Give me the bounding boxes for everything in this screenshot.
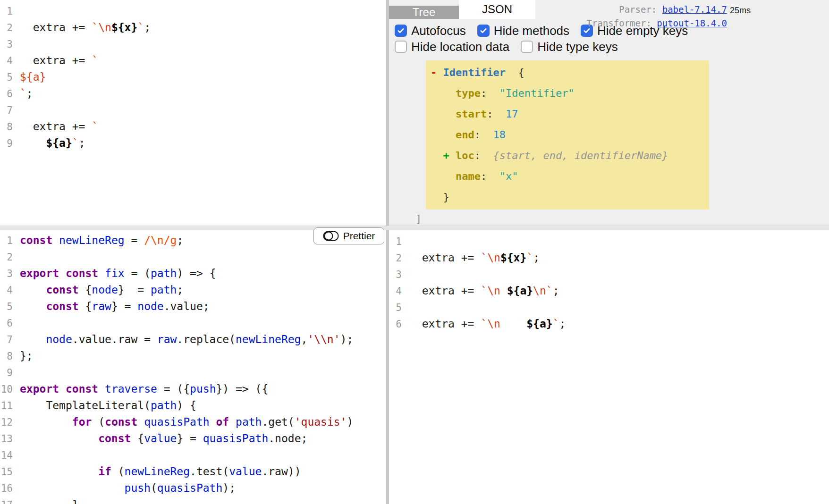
code-line: 4 extra += `\n ${a}\n`; [389,283,829,299]
code-text: extra += `\n${x}`; [20,21,151,34]
code-text: ${a}`; [20,137,85,149]
code-line: 5 const {raw} = node.value; [0,298,386,315]
options-row-2: Hide location dataHide type keys [389,39,829,55]
transformer-row: Transformer: putout-18.4.0 [587,17,727,30]
line-number: 3 [0,266,20,282]
tree-token: : [474,150,493,161]
horizontal-divider[interactable] [0,226,829,230]
line-number: 7 [0,102,20,119]
prettier-label: Prettier [343,230,375,242]
tree-row[interactable]: name: "x" [431,166,704,187]
line-number: 5 [0,69,20,86]
tree-row[interactable]: } [431,187,704,208]
code-text: push(quasisPath); [20,482,236,494]
line-number: 4 [389,283,409,300]
code-line: 1 [0,3,386,19]
transformer-label: Transformer: [587,18,651,28]
parser-info: Parser: babel-7.14.7 Transformer: putout… [587,3,727,30]
tree-token [431,191,443,203]
code-line: 6 [0,315,386,331]
tree-token: name [456,170,481,182]
unchecked-checkbox-icon[interactable] [395,41,407,53]
line-number: 1 [389,234,409,250]
code-text: const {value} = quasisPath.node; [20,432,307,445]
code-line: 17 } [0,496,386,504]
transform-code-lines: 1const newLineReg = /\n/g;23export const… [0,232,386,504]
code-line: 4 const {node} = path; [0,282,386,298]
code-line: 6`; [0,85,386,102]
ast-tree: - Identifier { type: "Identifier" start:… [389,60,829,226]
transformer-version-link[interactable]: putout-18.4.0 [657,18,727,28]
unchecked-checkbox-icon[interactable] [521,41,533,53]
tab-tree[interactable]: Tree [389,6,459,19]
tree-token: : [481,87,499,99]
code-line: 7 [0,102,386,118]
transform-editor[interactable]: Prettier 1const newLineReg = /\n/g;23exp… [0,230,386,504]
code-line: 2 extra += `\n${x}`; [389,250,829,266]
code-line: 1 [389,233,829,250]
code-line: 12 for (const quasisPath of path.get('qu… [0,414,386,430]
code-text: extra += `\n ${a}\n`; [409,285,559,297]
tree-token: 18 [493,129,506,141]
line-number: 17 [0,497,20,504]
code-text: export const traverse = ({push}) => ({ [20,383,268,395]
line-number: 8 [0,119,20,135]
prettier-toggle-button[interactable]: Prettier [313,227,384,244]
tree-token: loc [456,150,474,161]
tree-token [431,170,456,182]
parse-time-badge: 25ms [730,6,751,16]
tab-json[interactable]: JSON [459,0,535,19]
line-number: 7 [0,332,20,348]
code-line: 16 push(quasisPath); [0,480,386,496]
line-number: 3 [0,36,20,53]
checkbox-label: Hide location data [411,40,509,54]
code-text: extra += `\n${x}`; [409,252,540,264]
line-number: 5 [389,300,409,316]
line-number: 14 [0,447,20,464]
tree-token: { [506,67,524,78]
tree-row[interactable]: start: 17 [431,104,704,125]
checkbox-hide-type-keys[interactable]: Hide type keys [521,40,618,54]
line-number: 10 [0,381,20,398]
line-number: 9 [0,365,20,381]
code-line: 9 ${a}`; [0,135,386,151]
code-line: 11 TemplateLiteral(path) { [0,397,386,414]
checked-checkbox-icon[interactable] [477,25,490,37]
checkbox-hide-methods[interactable]: Hide methods [477,24,569,38]
code-line: 4 extra += ` [0,52,386,69]
tree-token: } [443,191,449,203]
tree-token: type [456,87,481,99]
collapse-toggle-icon[interactable]: - [431,67,443,78]
tree-token: Identifier [443,67,506,78]
output-editor[interactable]: 12 extra += `\n${x}`;34 extra += `\n ${a… [389,230,829,504]
tree-token [431,129,456,141]
line-number: 6 [0,86,20,102]
tree-row[interactable]: type: "Identifier" [431,83,704,104]
source-code-lines: 12 extra += `\n${x}`;34 extra += `5${a}6… [0,3,386,151]
code-line: 7 node.value.raw = raw.replace(newLineRe… [0,331,386,348]
line-number: 3 [389,267,409,283]
code-text: TemplateLiteral(path) { [20,399,196,412]
tree-token: : [487,108,506,120]
code-line: 14 [0,447,386,463]
line-number: 1 [0,3,20,20]
checkbox-label: Hide type keys [537,40,618,54]
tree-row[interactable]: end: 18 [431,125,704,145]
expand-toggle-icon[interactable]: + [443,150,456,161]
tree-row[interactable]: - Identifier { [431,62,704,83]
checkbox-label: Hide methods [494,24,569,38]
checked-checkbox-icon[interactable] [395,25,407,37]
checkbox-hide-location-data[interactable]: Hide location data [395,40,509,54]
tree-row[interactable]: + loc: {start, end, identifierName} [431,145,704,166]
code-text: const newLineReg = /\n/g; [20,234,183,246]
tree-token: end [456,129,474,141]
source-editor[interactable]: 12 extra += `\n${x}`;34 extra += `5${a}6… [0,0,386,226]
code-text: node.value.raw = raw.replace(newLineReg,… [20,333,353,345]
code-text: ${a} [20,71,46,83]
parser-label: Parser: [619,4,657,15]
checkbox-autofocus[interactable]: Autofocus [395,24,466,38]
code-text: extra += ` [20,120,98,133]
parser-version-link[interactable]: babel-7.14.7 [662,4,727,15]
code-line: 9 [0,364,386,381]
tree-token: {start, end, identifierName} [493,150,668,161]
